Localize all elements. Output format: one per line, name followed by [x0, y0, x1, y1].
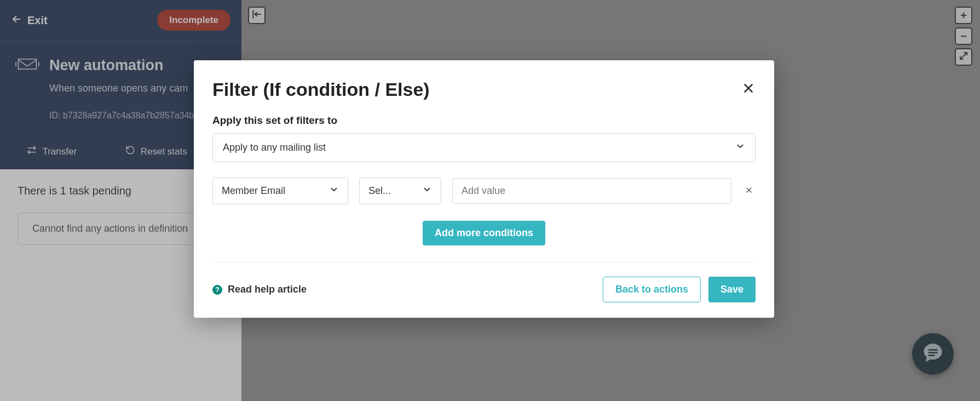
- condition-value-input[interactable]: [452, 178, 731, 204]
- svg-rect-1: [929, 352, 938, 353]
- close-icon: [741, 81, 756, 99]
- help-article-link[interactable]: ? Read help article: [212, 284, 307, 295]
- mailing-list-value: Apply to any mailing list: [223, 142, 326, 153]
- chevron-down-icon: [735, 141, 745, 154]
- chevron-down-icon: [422, 185, 432, 197]
- apply-filters-label: Apply this set of filters to: [212, 114, 756, 127]
- back-to-actions-button[interactable]: Back to actions: [603, 277, 701, 302]
- divider: [212, 262, 756, 262]
- help-icon: ?: [212, 285, 222, 295]
- save-button[interactable]: Save: [708, 277, 756, 302]
- close-button[interactable]: [741, 81, 756, 98]
- remove-condition-button[interactable]: [742, 185, 756, 197]
- add-condition-button[interactable]: Add more conditions: [423, 221, 545, 245]
- chat-button[interactable]: [912, 333, 954, 375]
- condition-operator-value: Sel...: [368, 185, 391, 197]
- svg-rect-0: [929, 349, 938, 351]
- chevron-down-icon: [329, 185, 339, 197]
- help-link-label: Read help article: [228, 284, 307, 295]
- close-icon: [745, 185, 753, 197]
- condition-operator-select[interactable]: Sel...: [359, 177, 441, 204]
- svg-rect-2: [929, 354, 935, 356]
- condition-field-select[interactable]: Member Email: [212, 177, 348, 204]
- filter-modal: Filter (If condition / Else) Apply this …: [194, 60, 774, 318]
- chat-icon: [922, 342, 944, 366]
- condition-field-value: Member Email: [222, 185, 285, 197]
- modal-title: Filter (If condition / Else): [212, 79, 430, 100]
- condition-row: Member Email Sel...: [212, 177, 756, 204]
- mailing-list-select[interactable]: Apply to any mailing list: [212, 133, 756, 162]
